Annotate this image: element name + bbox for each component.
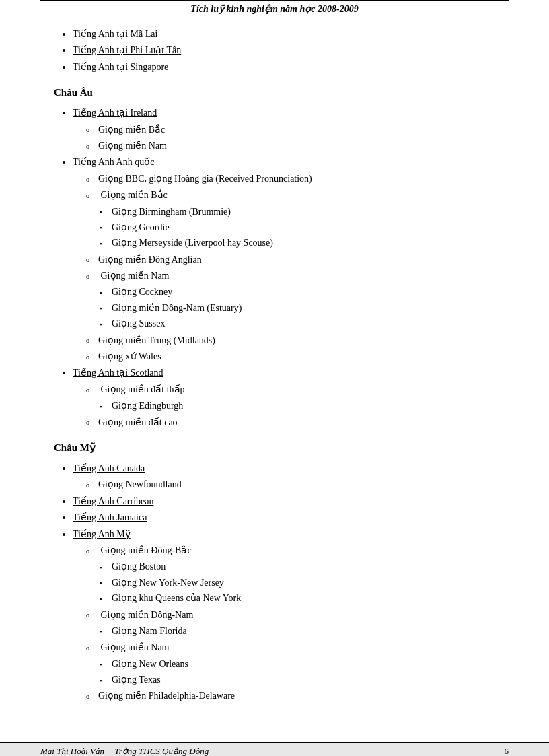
list-item: Tiếng Anh Mỹ Giọng miền Đông-Bắc Giọng B… xyxy=(73,527,495,704)
item-label: Giọng BBC, giọng Hoàng gia (Received Pro… xyxy=(98,174,312,184)
list-item: Tiếng Anh Jamaica xyxy=(73,510,495,525)
chau-my-heading: Châu Mỹ xyxy=(54,440,495,456)
list-item: Giọng miền Nam xyxy=(86,139,495,153)
item-label: Tiếng Anh Canada xyxy=(73,463,145,473)
list-item: Tiếng Anh Anh quốc Giọng BBC, giọng Hoàn… xyxy=(73,155,495,364)
list-item: Tiếng Anh Carribean xyxy=(73,494,495,509)
sub-sub-list: Giọng Nam Florida xyxy=(86,624,495,639)
sub-list: Giọng miền Bắc Giọng miền Nam xyxy=(73,123,495,154)
asia-list: Tiếng Anh tại Mã Lai Tiếng Anh tại Phi L… xyxy=(54,27,495,75)
list-item: Giọng Cockney xyxy=(100,285,495,300)
item-label: Tiếng Anh Jamaica xyxy=(73,512,147,522)
list-item: Giọng miền Trung (Midlands) xyxy=(86,333,495,348)
item-label: Giọng Sussex xyxy=(112,318,165,329)
chau-au-list: Tiếng Anh tại Ireland Giọng miền Bắc Giọ… xyxy=(54,106,495,430)
item-label: Tiếng Anh Mỹ xyxy=(73,529,131,539)
list-item: Giọng Texas xyxy=(100,673,495,687)
header-title: Tích luỹ kinh nghiệm năm học 2008-2009 xyxy=(190,4,358,14)
list-item: Tiếng Anh tại Singapore xyxy=(73,60,495,75)
item-label: Giọng miền đất cao xyxy=(98,417,178,427)
item-label: Giọng miền đất thấp xyxy=(101,384,185,394)
item-label: Tiếng Anh tại Singapore xyxy=(73,62,168,72)
list-item: Giọng miền đất thấp Giọng Edingburgh xyxy=(86,382,495,414)
item-label: Giọng miền Đông Anglian xyxy=(98,254,202,265)
list-item: Giọng miền Nam Giọng Cockney Giọng miền … xyxy=(86,269,495,332)
list-item: Giọng New Orleans xyxy=(100,657,495,672)
item-label: Giọng miền Đông-Bắc xyxy=(101,545,192,555)
list-item: Giọng miền đất cao xyxy=(86,415,495,430)
list-item: Giọng miền Đông-Bắc Giọng Boston Giọng N… xyxy=(86,543,495,607)
item-label: Tiếng Anh tại Ireland xyxy=(73,108,157,118)
item-label: Giọng miền Đông-Nam xyxy=(101,610,194,620)
item-label: Giọng Newfoundland xyxy=(98,479,182,489)
item-label: Giọng Nam Florida xyxy=(112,626,187,636)
item-label: Giọng miền Nam xyxy=(98,141,167,151)
list-item: Giọng miền Đông-Nam Giọng Nam Florida xyxy=(86,608,495,640)
sub-list: Giọng BBC, giọng Hoàng gia (Received Pro… xyxy=(73,172,495,365)
item-label: Tiếng Anh Carribean xyxy=(73,496,153,506)
list-item: Tiếng Anh tại Mã Lai xyxy=(73,27,495,42)
list-item: Tiếng Anh tại Phi Luật Tân xyxy=(73,43,495,58)
list-item: Giọng khu Queens của New York xyxy=(100,591,495,606)
chau-my-list: Tiếng Anh Canada Giọng Newfoundland Tiến… xyxy=(54,461,495,704)
item-label: Giọng New Orleans xyxy=(112,659,188,669)
chau-au-heading: Châu Âu xyxy=(54,84,495,100)
list-item: Giọng miền Bắc Giọng Birmingham (Brummie… xyxy=(86,188,495,251)
list-item: Giọng Sussex xyxy=(100,316,495,331)
list-item: Giọng Merseyside (Liverpool hay Scouse) xyxy=(100,236,495,250)
sub-sub-list: Giọng Edingburgh xyxy=(86,399,495,413)
list-item: Giọng Birmingham (Brummie) xyxy=(100,205,495,219)
item-label: Tiếng Anh tại Mã Lai xyxy=(73,29,157,39)
list-item: Giọng miền Đông Anglian xyxy=(86,252,495,267)
page-header: Tích luỹ kinh nghiệm năm học 2008-2009 xyxy=(40,0,509,20)
sub-sub-list: Giọng New Orleans Giọng Texas xyxy=(86,657,495,688)
item-label: Giọng miền Nam xyxy=(101,642,170,652)
item-label: Giọng miền Philadelphia-Delaware xyxy=(98,691,235,701)
list-item: Giọng Boston xyxy=(100,559,495,574)
list-item: Giọng BBC, giọng Hoàng gia (Received Pro… xyxy=(86,172,495,186)
list-item: Giọng Nam Florida xyxy=(100,624,495,639)
sub-sub-list: Giọng Boston Giọng New York-New Jersey G… xyxy=(86,559,495,606)
item-label: Giọng Geordie xyxy=(112,222,170,232)
item-label: Giọng Birmingham (Brummie) xyxy=(112,207,231,217)
page-footer: Mai Thi Hoài Vân − Trờng THCS Quảng Đông… xyxy=(0,742,549,756)
list-item: Giọng Newfoundland xyxy=(86,477,495,492)
item-label: Tiếng Anh tại Scotland xyxy=(73,368,163,378)
sub-sub-list: Giọng Cockney Giọng miền Đông-Nam (Estua… xyxy=(86,285,495,331)
sub-list: Giọng miền đất thấp Giọng Edingburgh Giọ… xyxy=(73,382,495,430)
item-label: Giọng Cockney xyxy=(112,287,172,297)
item-label: Giọng miền Bắc xyxy=(98,125,165,135)
item-label: Giọng khu Queens của New York xyxy=(112,593,241,603)
item-label: Giọng miền Trung (Midlands) xyxy=(98,335,215,345)
list-item: Giọng miền Bắc xyxy=(86,123,495,137)
sub-list: Giọng Newfoundland xyxy=(73,477,495,492)
list-item: Giọng New York-New Jersey xyxy=(100,576,495,590)
main-content: Tiếng Anh tại Mã Lai Tiếng Anh tại Phi L… xyxy=(0,20,549,756)
list-item: Giọng miền Philadelphia-Delaware xyxy=(86,689,495,703)
item-label: Giọng Merseyside (Liverpool hay Scouse) xyxy=(112,238,273,248)
item-label: Giọng miền Bắc xyxy=(101,190,168,200)
list-item: Giọng xứ Wales xyxy=(86,349,495,364)
list-item: Giọng Edingburgh xyxy=(100,399,495,413)
list-item: Giọng miền Nam Giọng New Orleans Giọng T… xyxy=(86,640,495,687)
list-item: Giọng Geordie xyxy=(100,220,495,235)
item-label: Giọng miền Đông-Nam (Estuary) xyxy=(112,303,242,313)
page: Tích luỹ kinh nghiệm năm học 2008-2009 T… xyxy=(0,0,549,756)
item-label: Giọng miền Nam xyxy=(101,271,170,281)
sub-list: Giọng miền Đông-Bắc Giọng Boston Giọng N… xyxy=(73,543,495,704)
list-item: Giọng miền Đông-Nam (Estuary) xyxy=(100,301,495,316)
item-label: Tiếng Anh tại Phi Luật Tân xyxy=(73,45,181,55)
item-label: Giọng Texas xyxy=(112,675,161,685)
list-item: Tiếng Anh tại Scotland Giọng miền đất th… xyxy=(73,366,495,430)
list-item: Tiếng Anh Canada Giọng Newfoundland xyxy=(73,461,495,493)
item-label: Giọng xứ Wales xyxy=(98,351,161,362)
item-label: Giọng Boston xyxy=(112,561,166,572)
footer-text: Mai Thi Hoài Vân − Trờng THCS Quảng Đông xyxy=(40,746,209,756)
item-label: Giọng New York-New Jersey xyxy=(112,578,224,588)
item-label: Tiếng Anh Anh quốc xyxy=(73,157,154,167)
footer-page-number: 6 xyxy=(505,746,509,756)
sub-sub-list: Giọng Birmingham (Brummie) Giọng Geordie… xyxy=(86,205,495,251)
list-item: Tiếng Anh tại Ireland Giọng miền Bắc Giọ… xyxy=(73,106,495,153)
item-label: Giọng Edingburgh xyxy=(112,401,183,411)
